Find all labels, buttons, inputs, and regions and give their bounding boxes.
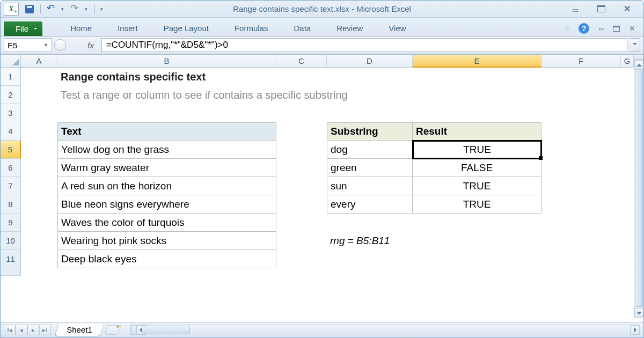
quick-access-toolbar: ▾ ▾ ▾: [24, 4, 105, 14]
undo-icon: [47, 5, 56, 13]
row-header-7[interactable]: 7: [1, 177, 21, 195]
sheet-tab-sheet1[interactable]: Sheet1: [54, 324, 104, 336]
save-icon: [25, 5, 34, 13]
cancel-formula-icon[interactable]: [54, 39, 66, 51]
row-header-10[interactable]: 10: [1, 232, 21, 250]
undo-dropdown[interactable]: ▾: [61, 6, 65, 12]
save-button[interactable]: [24, 4, 35, 14]
tab-review[interactable]: Review: [324, 20, 376, 36]
scroll-down-button[interactable]: [634, 308, 643, 318]
file-tab[interactable]: File: [4, 21, 42, 36]
column-headers: A B C D E F G: [1, 55, 634, 68]
formula-bar: E5 ▼ fx =COUNTIF(rng,"*"&D5&"*")>0: [1, 36, 643, 55]
cell-e8[interactable]: TRUE: [413, 195, 541, 214]
qat-separator: [40, 4, 41, 14]
tab-page-layout[interactable]: Page Layout: [151, 20, 222, 36]
tab-home[interactable]: Home: [57, 20, 105, 36]
row-header-5[interactable]: 5: [1, 141, 21, 159]
row-header-11[interactable]: 11: [1, 250, 21, 268]
cell-b7[interactable]: A red sun on the horizon: [57, 177, 276, 195]
name-box[interactable]: E5 ▼: [4, 38, 52, 52]
cell-d5[interactable]: dog: [327, 141, 413, 159]
tab-insert[interactable]: Insert: [105, 20, 151, 36]
cell-b2-subtitle[interactable]: Test a range or column to see if contain…: [57, 86, 487, 104]
scroll-up-button[interactable]: [634, 60, 643, 70]
cell-b10[interactable]: Wearing hot pink socks: [57, 232, 276, 250]
fx-label[interactable]: fx: [68, 41, 99, 50]
col-header-c[interactable]: C: [276, 55, 327, 67]
close-button[interactable]: [620, 5, 634, 13]
row-header-3[interactable]: 3: [1, 104, 21, 122]
new-sheet-button[interactable]: [104, 325, 121, 335]
col-header-e[interactable]: E: [413, 55, 541, 68]
sheet-nav-next[interactable]: ▸: [27, 325, 39, 335]
row-header-1[interactable]: 1: [1, 68, 21, 86]
workbook-minimize[interactable]: [597, 25, 605, 32]
cell-d8[interactable]: every: [327, 195, 413, 214]
help-icon[interactable]: ?: [579, 23, 589, 34]
cell-b9[interactable]: Waves the color of turquois: [57, 214, 276, 232]
cell-b6[interactable]: Warm gray sweater: [57, 159, 276, 177]
workbook-close[interactable]: [628, 25, 636, 32]
expand-formula-bar[interactable]: [630, 38, 640, 52]
cells-area[interactable]: Range contains specific text Test a rang…: [21, 68, 634, 318]
col-header-g[interactable]: G: [621, 55, 634, 67]
tab-data[interactable]: Data: [281, 20, 324, 36]
row-header-6[interactable]: 6: [1, 159, 21, 177]
col-header-f[interactable]: F: [541, 55, 621, 67]
cell-b8[interactable]: Blue neon signs everywhere: [57, 195, 276, 214]
redo-dropdown[interactable]: ▾: [85, 6, 89, 12]
tab-split-handle[interactable]: [131, 325, 136, 335]
customize-qat[interactable]: ▾: [100, 6, 105, 12]
row-header-9[interactable]: 9: [1, 214, 21, 232]
cell-d7[interactable]: sun: [327, 177, 413, 195]
cell-e7[interactable]: TRUE: [413, 177, 541, 195]
sheet-nav-prev[interactable]: ◂: [16, 325, 27, 335]
row-header-2[interactable]: 2: [1, 86, 21, 104]
cell-d6[interactable]: green: [327, 159, 413, 177]
sheet-nav-last[interactable]: ▸I: [39, 325, 51, 335]
undo-button[interactable]: [46, 4, 57, 14]
tab-formulas[interactable]: Formulas: [222, 20, 281, 36]
ribbon-right-controls: ♡ ?: [564, 23, 636, 36]
cell-b11[interactable]: Deep black eyes: [57, 250, 276, 268]
scroll-right-button[interactable]: [630, 325, 640, 335]
qat-separator-2: [94, 4, 95, 14]
sheet-nav: I◂ ◂ ▸ ▸I: [4, 325, 51, 335]
cell-b4-header[interactable]: Text: [57, 122, 276, 141]
cell-e4-header[interactable]: Result: [413, 122, 541, 141]
vertical-scrollbar[interactable]: [634, 55, 643, 318]
maximize-icon: [597, 5, 605, 12]
horizontal-scrollbar[interactable]: [130, 325, 640, 335]
cell-e6[interactable]: FALSE: [413, 159, 541, 177]
worksheet-grid: A B C D E F G 1 2 3 4 5 6 7 8 9 10 11 Ra…: [1, 55, 643, 318]
fill-handle[interactable]: [539, 156, 543, 160]
select-all-corner[interactable]: [1, 55, 21, 67]
sheet-nav-first[interactable]: I◂: [4, 325, 16, 335]
split-handle-icon[interactable]: [634, 55, 643, 60]
tab-view[interactable]: View: [376, 20, 419, 36]
cell-d4-header[interactable]: Substring: [327, 122, 413, 141]
row-header-8[interactable]: 8: [1, 195, 21, 214]
cell-b1-title[interactable]: Range contains specific text: [57, 68, 433, 86]
workbook-restore[interactable]: [612, 25, 620, 32]
col-header-a[interactable]: A: [21, 55, 57, 67]
excel-app-icon[interactable]: [4, 3, 19, 16]
row-headers: 1 2 3 4 5 6 7 8 9 10 11: [1, 68, 21, 276]
minimize-button[interactable]: [568, 5, 582, 13]
redo-button[interactable]: [70, 4, 80, 14]
cell-e5-value: TRUE: [463, 144, 491, 156]
row-header-12[interactable]: [1, 268, 21, 276]
maximize-button[interactable]: [594, 5, 608, 13]
row-header-4[interactable]: 4: [1, 122, 21, 141]
col-header-d[interactable]: D: [327, 55, 413, 67]
formula-input[interactable]: =COUNTIF(rng,"*"&D5&"*")>0: [101, 38, 627, 52]
cell-b5[interactable]: Yellow dog on the grass: [57, 141, 276, 159]
horizontal-scroll-thumb[interactable]: [142, 326, 190, 334]
cell-e5-selected[interactable]: TRUE: [412, 140, 542, 159]
restore-icon: [613, 26, 620, 32]
col-header-b[interactable]: B: [57, 55, 276, 67]
minimize-ribbon-icon[interactable]: ♡: [564, 24, 571, 33]
vertical-scroll-thumb[interactable]: [635, 71, 643, 307]
cell-d10-note[interactable]: rng = B5:B11: [327, 232, 488, 250]
